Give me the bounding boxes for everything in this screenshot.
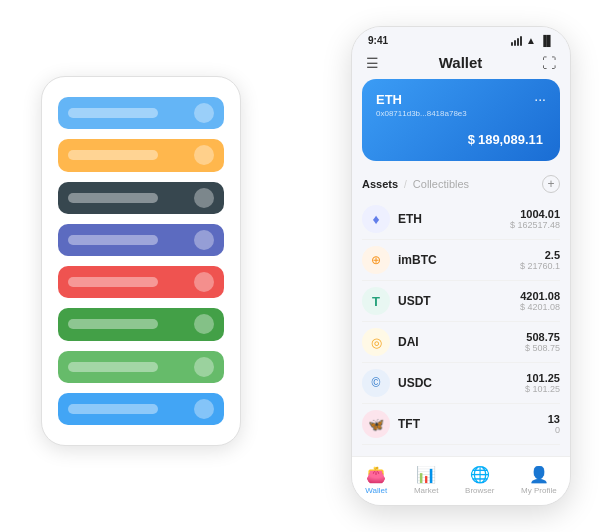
- eth-usd: $ 162517.48: [510, 220, 560, 230]
- assets-tabs: Assets / Collectibles: [362, 178, 469, 190]
- eth-amount: 1004.01: [510, 208, 560, 220]
- card-label-6: [68, 319, 158, 329]
- wallet-nav-icon: 👛: [366, 465, 386, 484]
- status-time: 9:41: [368, 35, 388, 46]
- signal-bar-2: [514, 40, 516, 46]
- imbtc-amounts: 2.5 $ 21760.1: [520, 249, 560, 271]
- usdt-amounts: 4201.08 $ 4201.08: [520, 290, 560, 312]
- eth-card[interactable]: ETH ··· 0x08711d3b...8418a78e3 $189,089.…: [362, 79, 560, 161]
- signal-bar-3: [517, 38, 519, 46]
- dai-icon: ◎: [362, 328, 390, 356]
- card-label-5: [68, 277, 158, 287]
- asset-item-imbtc[interactable]: ⊕ imBTC 2.5 $ 21760.1: [362, 240, 560, 281]
- usdt-name: USDT: [398, 294, 520, 308]
- page-title: Wallet: [439, 54, 483, 71]
- eth-card-address: 0x08711d3b...8418a78e3: [376, 109, 546, 118]
- card-label-1: [68, 108, 158, 118]
- signal-bar-1: [511, 42, 513, 46]
- asset-list: ♦ ETH 1004.01 $ 162517.48 ⊕ imBTC 2.5 $ …: [362, 199, 560, 456]
- card-row-2[interactable]: [58, 139, 224, 171]
- usdc-icon: ©: [362, 369, 390, 397]
- tft-amounts: 13 0: [548, 413, 560, 435]
- phone-content: ETH ··· 0x08711d3b...8418a78e3 $189,089.…: [352, 79, 570, 456]
- card-label-2: [68, 150, 158, 160]
- card-row-3[interactable]: [58, 182, 224, 214]
- eth-card-amount-value: 189,089.11: [478, 132, 543, 147]
- asset-item-usdc[interactable]: © USDC 101.25 $ 101.25: [362, 363, 560, 404]
- browser-nav-label: Browser: [465, 486, 494, 495]
- eth-name: ETH: [398, 212, 510, 226]
- usdc-amount: 101.25: [525, 372, 560, 384]
- imbtc-icon: ⊕: [362, 246, 390, 274]
- tft-icon: 🦋: [362, 410, 390, 438]
- usdc-usd: $ 101.25: [525, 384, 560, 394]
- card-row-5[interactable]: [58, 266, 224, 298]
- card-label-8: [68, 404, 158, 414]
- usdt-icon: T: [362, 287, 390, 315]
- nav-profile[interactable]: 👤 My Profile: [521, 465, 557, 495]
- card-row-7[interactable]: [58, 351, 224, 383]
- card-icon-8: [194, 399, 214, 419]
- status-icons: ▲ ▐▌: [511, 35, 554, 46]
- tab-assets[interactable]: Assets: [362, 178, 398, 190]
- front-phone: 9:41 ▲ ▐▌ ☰ Wallet ⛶ ETH: [351, 26, 571, 506]
- menu-icon[interactable]: ☰: [366, 55, 379, 71]
- phone-header: ☰ Wallet ⛶: [352, 50, 570, 79]
- wallet-nav-label: Wallet: [365, 486, 387, 495]
- assets-header: Assets / Collectibles +: [362, 171, 560, 199]
- eth-card-amount: $189,089.11: [376, 126, 546, 149]
- bottom-nav: 👛 Wallet 📊 Market 🌐 Browser 👤 My Profile: [352, 456, 570, 505]
- profile-nav-label: My Profile: [521, 486, 557, 495]
- usdt-amount: 4201.08: [520, 290, 560, 302]
- tft-name: TFT: [398, 417, 548, 431]
- card-label-4: [68, 235, 158, 245]
- scene: 9:41 ▲ ▐▌ ☰ Wallet ⛶ ETH: [21, 16, 581, 516]
- asset-item-usdt[interactable]: T USDT 4201.08 $ 4201.08: [362, 281, 560, 322]
- card-label-3: [68, 193, 158, 203]
- card-icon-3: [194, 188, 214, 208]
- card-row-8[interactable]: [58, 393, 224, 425]
- tab-divider: /: [404, 179, 407, 190]
- expand-icon[interactable]: ⛶: [542, 55, 556, 71]
- nav-browser[interactable]: 🌐 Browser: [465, 465, 494, 495]
- signal-icon: [511, 36, 522, 46]
- card-row-4[interactable]: [58, 224, 224, 256]
- card-row-6[interactable]: [58, 308, 224, 340]
- eth-card-top: ETH ···: [376, 91, 546, 107]
- eth-icon: ♦: [362, 205, 390, 233]
- eth-card-currency-symbol: $: [468, 132, 475, 147]
- imbtc-usd: $ 21760.1: [520, 261, 560, 271]
- eth-amounts: 1004.01 $ 162517.48: [510, 208, 560, 230]
- card-icon-4: [194, 230, 214, 250]
- card-icon-7: [194, 357, 214, 377]
- battery-icon: ▐▌: [540, 35, 554, 46]
- tft-amount: 13: [548, 413, 560, 425]
- market-nav-label: Market: [414, 486, 438, 495]
- status-bar: 9:41 ▲ ▐▌: [352, 27, 570, 50]
- asset-item-dai[interactable]: ◎ DAI 508.75 $ 508.75: [362, 322, 560, 363]
- usdt-usd: $ 4201.08: [520, 302, 560, 312]
- asset-item-tft[interactable]: 🦋 TFT 13 0: [362, 404, 560, 445]
- browser-nav-icon: 🌐: [470, 465, 490, 484]
- imbtc-amount: 2.5: [520, 249, 560, 261]
- card-icon-1: [194, 103, 214, 123]
- card-icon-6: [194, 314, 214, 334]
- wifi-icon: ▲: [526, 35, 536, 46]
- tft-usd: 0: [548, 425, 560, 435]
- dai-amount: 508.75: [525, 331, 560, 343]
- card-icon-2: [194, 145, 214, 165]
- usdc-amounts: 101.25 $ 101.25: [525, 372, 560, 394]
- nav-wallet[interactable]: 👛 Wallet: [365, 465, 387, 495]
- tab-collectibles[interactable]: Collectibles: [413, 178, 469, 190]
- add-asset-button[interactable]: +: [542, 175, 560, 193]
- imbtc-name: imBTC: [398, 253, 520, 267]
- eth-card-title: ETH: [376, 92, 402, 107]
- card-row-1[interactable]: [58, 97, 224, 129]
- signal-bar-4: [520, 36, 522, 46]
- eth-card-more-icon[interactable]: ···: [534, 91, 546, 107]
- asset-item-eth[interactable]: ♦ ETH 1004.01 $ 162517.48: [362, 199, 560, 240]
- nav-market[interactable]: 📊 Market: [414, 465, 438, 495]
- card-icon-5: [194, 272, 214, 292]
- profile-nav-icon: 👤: [529, 465, 549, 484]
- back-phone: [41, 76, 241, 446]
